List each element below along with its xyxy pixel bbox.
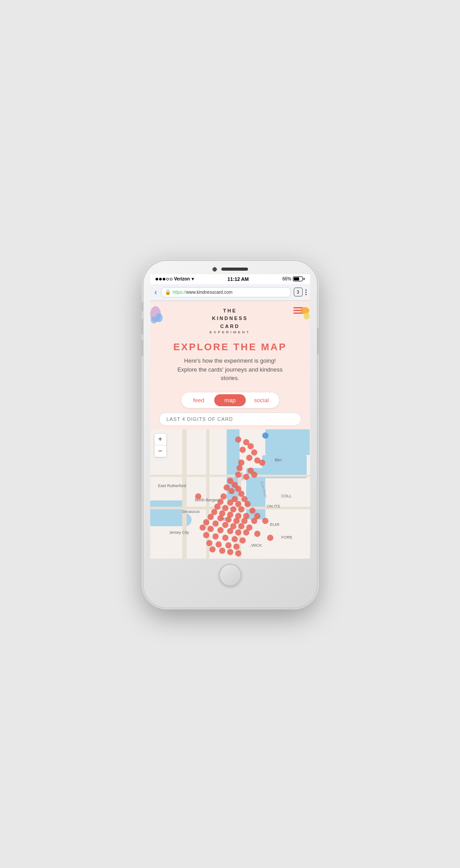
- label-jersey-city: Jersey City: [169, 530, 189, 535]
- pin-53: [200, 524, 206, 531]
- url-bar[interactable]: 🔒 https://www.kindnesscard.com: [161, 287, 291, 297]
- pin-26: [227, 500, 233, 506]
- pin-12: [235, 472, 241, 478]
- pin-66: [206, 540, 212, 546]
- screen: Verizon ▾ 11:12 AM 66% ‹ 🔒: [150, 274, 310, 559]
- signal-strength: [156, 278, 172, 280]
- battery-percent: 66%: [282, 276, 291, 281]
- road-vert-2: [206, 429, 209, 559]
- time-display: 11:12 AM: [228, 276, 249, 282]
- deco-blob-right: [298, 306, 310, 320]
- map-background: East Rutherford North Bergen Secaucus Je…: [150, 429, 310, 559]
- browser-chrome: ‹ 🔒 https://www.kindnesscard.com 3: [150, 284, 310, 301]
- speaker-grille: [221, 268, 248, 271]
- zoom-controls: + −: [155, 434, 166, 457]
- zoom-in-button[interactable]: +: [155, 434, 166, 445]
- pin-48: [212, 520, 219, 527]
- hero-title: EXPLORE THE MAP: [157, 341, 303, 353]
- logo-area: THE KINDNESS CARD EXPERIMENT: [209, 307, 250, 335]
- card-search-input[interactable]: [159, 412, 301, 426]
- pin-46: [262, 518, 268, 524]
- map-container: East Rutherford North Bergen Secaucus Je…: [150, 429, 310, 559]
- more-button[interactable]: [305, 289, 307, 295]
- tab-count[interactable]: 3: [294, 288, 303, 296]
- url-domain: www.kindnesscard.com: [186, 290, 232, 295]
- status-right: 66%: [282, 276, 304, 281]
- zoom-out-button[interactable]: −: [155, 445, 166, 457]
- pin-51: [238, 523, 244, 529]
- status-left: Verizon ▾: [156, 276, 194, 281]
- pin-1: [235, 436, 241, 443]
- front-camera: [212, 267, 217, 272]
- signal-dot-5: [170, 278, 172, 280]
- signal-dot-1: [156, 278, 158, 280]
- pin-73: [235, 550, 241, 556]
- home-button[interactable]: [219, 564, 241, 586]
- wifi-icon: ▾: [192, 276, 194, 281]
- pin-28: [244, 501, 251, 507]
- site-header: THE KINDNESS CARD EXPERIMENT: [150, 301, 310, 339]
- browser-toolbar: ‹ 🔒 https://www.kindnesscard.com 3: [150, 284, 310, 300]
- pin-65: [267, 535, 273, 541]
- pin-49: [222, 522, 228, 528]
- top-water: [265, 429, 310, 455]
- more-dot-1: [305, 289, 307, 291]
- map-pin-blue: [262, 432, 268, 439]
- lock-icon: 🔒: [165, 289, 171, 295]
- signal-dot-4: [166, 278, 169, 280]
- pin-72: [227, 549, 233, 555]
- logo-line3: CARD: [209, 323, 250, 331]
- svg-point-4: [304, 312, 310, 320]
- label-elmi: ELMI: [270, 522, 280, 527]
- deco-blob-left: [150, 304, 166, 324]
- hero-description: Here's how the experiment is going! Expl…: [177, 356, 284, 383]
- url-text: https://www.kindnesscard.com: [173, 290, 233, 295]
- pin-13: [243, 474, 249, 480]
- carrier-label: Verizon: [174, 276, 190, 281]
- pin-64: [240, 537, 246, 544]
- mute-button[interactable]: [142, 302, 144, 312]
- pin-6: [246, 455, 252, 461]
- label-secaucus: Secaucus: [182, 509, 200, 514]
- pin-63: [232, 536, 238, 542]
- pin-4: [240, 447, 246, 453]
- pin-67: [216, 541, 222, 548]
- pin-54: [208, 526, 214, 532]
- pin-15: [195, 493, 201, 500]
- tab-social[interactable]: social: [246, 394, 277, 406]
- pin-9: [259, 460, 265, 466]
- signal-dot-3: [163, 278, 165, 280]
- tab-map[interactable]: map: [214, 394, 246, 406]
- pin-56: [227, 528, 233, 534]
- pin-57: [235, 529, 241, 536]
- more-dot-2: [305, 292, 307, 293]
- tab-feed[interactable]: feed: [183, 394, 215, 406]
- tab-switcher: feed map social: [181, 392, 279, 408]
- pin-70: [209, 546, 216, 552]
- pin-55: [217, 527, 224, 533]
- volume-down-button[interactable]: [142, 340, 144, 356]
- status-bar: Verizon ▾ 11:12 AM 66%: [150, 274, 310, 284]
- volume-up-button[interactable]: [142, 319, 144, 335]
- pin-68: [225, 542, 232, 548]
- search-container: [150, 412, 310, 429]
- svg-point-2: [151, 316, 157, 324]
- url-https: https://: [173, 290, 186, 295]
- road-vert-1: [182, 429, 187, 559]
- back-button[interactable]: ‹: [154, 287, 158, 298]
- pin-45: [251, 518, 257, 524]
- label-fore: FORE: [281, 535, 292, 540]
- pin-33: [249, 508, 256, 514]
- hero-section: EXPLORE THE MAP Here's how the experimen…: [150, 339, 310, 392]
- label-coll: COLL: [281, 494, 292, 498]
- pin-69: [233, 544, 240, 550]
- pin-62: [222, 535, 228, 541]
- label-east-rutherford: East Rutherford: [158, 484, 186, 488]
- pin-14: [251, 472, 257, 478]
- power-button[interactable]: [317, 328, 319, 354]
- top-notch: [144, 261, 317, 274]
- phone-frame: Verizon ▾ 11:12 AM 66% ‹ 🔒: [144, 261, 317, 608]
- road-horiz-1: [150, 475, 310, 477]
- home-button-area: [219, 559, 241, 593]
- pin-71: [219, 548, 225, 554]
